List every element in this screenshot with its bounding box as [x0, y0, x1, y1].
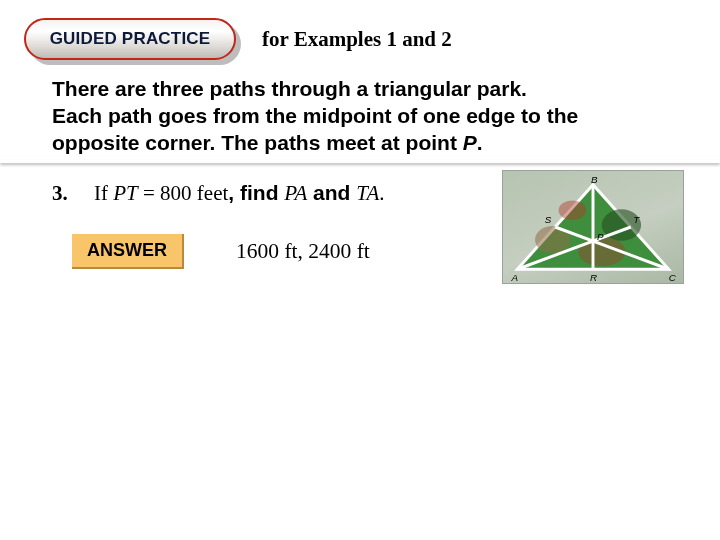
question-number: 3.: [52, 181, 82, 206]
q-eq: = 800 feet: [138, 181, 229, 205]
guided-practice-pill: GUIDED PRACTICE: [24, 18, 236, 60]
pill-body: GUIDED PRACTICE: [24, 18, 236, 60]
intro-line3a: opposite corner. The paths meet at point: [52, 131, 463, 154]
q-dot: .: [379, 181, 384, 205]
intro-line1: There are three paths through a triangul…: [52, 77, 527, 100]
q-var-pt: PT: [113, 181, 138, 205]
label-t: T: [633, 214, 640, 225]
header-row: GUIDED PRACTICE for Examples 1 and 2: [24, 18, 696, 60]
q-var-pa: PA: [284, 181, 307, 205]
foliage-blob: [559, 200, 587, 220]
q-var-ta: TA: [356, 181, 379, 205]
q-comma: ,: [228, 181, 240, 204]
intro-text: There are three paths through a triangul…: [52, 76, 682, 157]
label-a: A: [510, 272, 518, 283]
for-examples-text: for Examples 1 and 2: [262, 27, 452, 52]
pill-label: GUIDED PRACTICE: [50, 29, 211, 49]
section-divider: [0, 160, 720, 163]
label-p: P: [597, 231, 604, 242]
label-r: R: [590, 272, 597, 283]
question-text: If PT = 800 feet, find PA and TA.: [94, 181, 385, 206]
intro-line2: Each path goes from the midpoint of one …: [52, 104, 578, 127]
q-lead: If: [94, 181, 113, 205]
label-c: C: [669, 272, 677, 283]
intro-point-p: P: [463, 131, 477, 154]
label-s: S: [545, 214, 552, 225]
intro-line3b: .: [477, 131, 483, 154]
q-and: and: [307, 181, 356, 204]
label-b: B: [591, 174, 598, 185]
answer-badge: ANSWER: [72, 234, 184, 269]
slide: GUIDED PRACTICE for Examples 1 and 2 The…: [0, 0, 720, 540]
triangle-park-diagram: A B C R S T P: [502, 170, 684, 284]
q-find: find: [240, 181, 284, 204]
answer-text: 1600 ft, 2400 ft: [236, 239, 370, 264]
diagram-svg: A B C R S T P: [503, 171, 683, 283]
